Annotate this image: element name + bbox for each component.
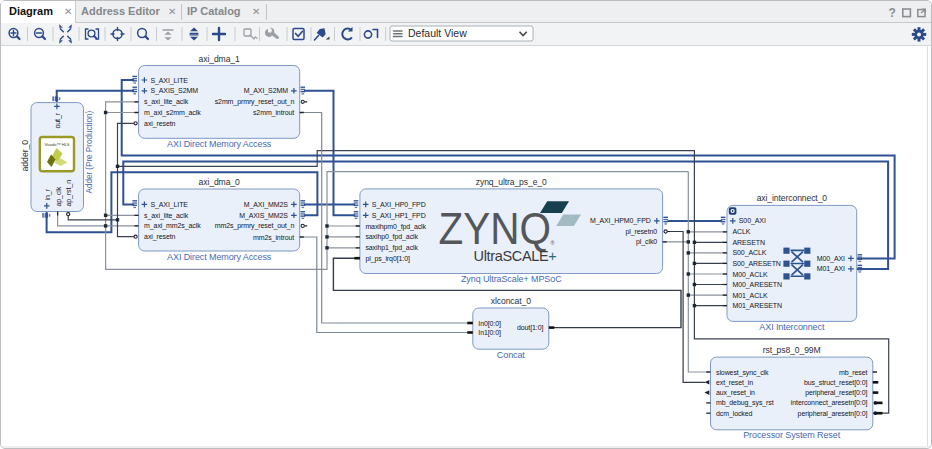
svg-text:axi_interconnect_0: axi_interconnect_0: [757, 193, 828, 203]
svg-text:M00_AXI: M00_AXI: [817, 255, 845, 263]
svg-text:pl_ps_irq0[1:0]: pl_ps_irq0[1:0]: [365, 255, 410, 263]
svg-text:pl_clk0: pl_clk0: [636, 238, 657, 246]
svg-text:In0[0:0]: In0[0:0]: [478, 320, 501, 328]
svg-text:In1[0:0]: In1[0:0]: [478, 329, 501, 337]
svg-text:dcm_locked: dcm_locked: [716, 410, 753, 418]
svg-text:ext_reset_in: ext_reset_in: [716, 379, 753, 387]
svg-text:S_AXI_LITE: S_AXI_LITE: [150, 201, 188, 209]
svg-text:S_AXI_HP0_FPD: S_AXI_HP0_FPD: [372, 201, 426, 209]
svg-text:out_r: out_r: [54, 112, 62, 128]
svg-text:m_axi_mm2s_aclk: m_axi_mm2s_aclk: [144, 222, 201, 230]
svg-text:slowest_sync_clk: slowest_sync_clk: [716, 369, 769, 377]
svg-text:ACLK: ACLK: [733, 228, 751, 235]
svg-text:zynq_ultra_ps_e_0: zynq_ultra_ps_e_0: [476, 177, 547, 187]
svg-text:axi_resetn: axi_resetn: [144, 120, 176, 128]
svg-text:AXI Direct Memory Access: AXI Direct Memory Access: [167, 252, 272, 262]
svg-text:M00_ACLK: M00_ACLK: [733, 271, 768, 279]
svg-text:Adder (Pre Production): Adder (Pre Production): [84, 111, 94, 194]
svg-text:saxihp1_fpd_aclk: saxihp1_fpd_aclk: [365, 244, 418, 252]
svg-text:ap_clk: ap_clk: [55, 186, 63, 206]
svg-text:s_axi_lite_aclk: s_axi_lite_aclk: [144, 98, 189, 106]
svg-text:Concat: Concat: [497, 350, 526, 360]
svg-text:S_AXI_LITE: S_AXI_LITE: [150, 77, 188, 85]
svg-text:axi_resetn: axi_resetn: [144, 233, 176, 241]
svg-text:M_AXI_HPM0_FPD: M_AXI_HPM0_FPD: [590, 217, 651, 225]
svg-text:dout[1:0]: dout[1:0]: [517, 324, 543, 332]
svg-text:axi_dma_0: axi_dma_0: [199, 177, 240, 187]
svg-text:mm2s_prmry_reset_out_n: mm2s_prmry_reset_out_n: [215, 222, 295, 230]
svg-text:ARESETN: ARESETN: [733, 239, 765, 246]
svg-text:AXI Direct Memory Access: AXI Direct Memory Access: [167, 139, 272, 149]
svg-text:rst_ps8_0_99M: rst_ps8_0_99M: [763, 345, 821, 355]
svg-text:M01_AXI: M01_AXI: [817, 265, 845, 273]
svg-text:mm2s_introut: mm2s_introut: [253, 234, 294, 242]
svg-text:xlconcat_0: xlconcat_0: [491, 296, 531, 306]
svg-text:M00_ARESETN: M00_ARESETN: [733, 281, 783, 289]
svg-text:Vivado™ HLS: Vivado™ HLS: [44, 142, 69, 147]
svg-text:peripheral_reset[0:0]: peripheral_reset[0:0]: [805, 389, 867, 397]
svg-text:interconnect_aresetn[0:0]: interconnect_aresetn[0:0]: [791, 399, 868, 407]
svg-text:peripheral_aresetn[0:0]: peripheral_aresetn[0:0]: [798, 410, 868, 418]
svg-text:s2mm_introut: s2mm_introut: [253, 109, 294, 117]
svg-text:Processor System Reset: Processor System Reset: [743, 430, 840, 440]
svg-text:mb_reset: mb_reset: [839, 369, 868, 377]
svg-text:S00_AXI: S00_AXI: [739, 217, 766, 225]
svg-text:S_AXI_HP1_FPD: S_AXI_HP1_FPD: [372, 212, 426, 220]
svg-text:in_r: in_r: [44, 188, 52, 200]
svg-text:s_axi_lite_aclk: s_axi_lite_aclk: [144, 212, 189, 220]
svg-text:M01_ARESETN: M01_ARESETN: [733, 302, 783, 310]
svg-text:Zynq UltraScale+ MPSoC: Zynq UltraScale+ MPSoC: [461, 274, 562, 284]
svg-text:®: ®: [551, 240, 555, 246]
svg-text:M_AXI_MM2S: M_AXI_MM2S: [244, 201, 289, 209]
svg-text:S00_ACLK: S00_ACLK: [733, 249, 767, 257]
svg-text:M01_ACLK: M01_ACLK: [733, 292, 768, 300]
svg-text:pl_resetn0: pl_resetn0: [625, 228, 657, 236]
svg-text:AXI Interconnect: AXI Interconnect: [759, 322, 825, 332]
svg-text:bus_struct_reset[0:0]: bus_struct_reset[0:0]: [804, 379, 867, 387]
svg-text:adder_0: adder_0: [20, 140, 30, 172]
svg-text:UltraSCALE+: UltraSCALE+: [474, 248, 557, 264]
svg-text:S_AXIS_S2MM: S_AXIS_S2MM: [150, 87, 198, 95]
svg-text:ap_rst_n: ap_rst_n: [65, 180, 73, 207]
svg-text:mb_debug_sys_rst: mb_debug_sys_rst: [716, 399, 774, 407]
svg-text:axi_dma_1: axi_dma_1: [199, 54, 240, 64]
svg-text:ZYNQ: ZYNQ: [439, 203, 551, 253]
svg-text:m_axi_s2mm_aclk: m_axi_s2mm_aclk: [144, 109, 201, 117]
svg-text:saxihp0_fpd_aclk: saxihp0_fpd_aclk: [365, 233, 418, 241]
svg-text:M_AXI_S2MM: M_AXI_S2MM: [244, 87, 288, 95]
svg-text:S00_ARESETN: S00_ARESETN: [733, 260, 781, 268]
svg-text:M_AXIS_MM2S: M_AXIS_MM2S: [239, 212, 288, 220]
svg-text:s2mm_prmry_reset_out_n: s2mm_prmry_reset_out_n: [215, 98, 295, 106]
svg-text:aux_reset_in: aux_reset_in: [716, 389, 755, 397]
svg-text:maxihpm0_fpd_aclk: maxihpm0_fpd_aclk: [365, 223, 426, 231]
